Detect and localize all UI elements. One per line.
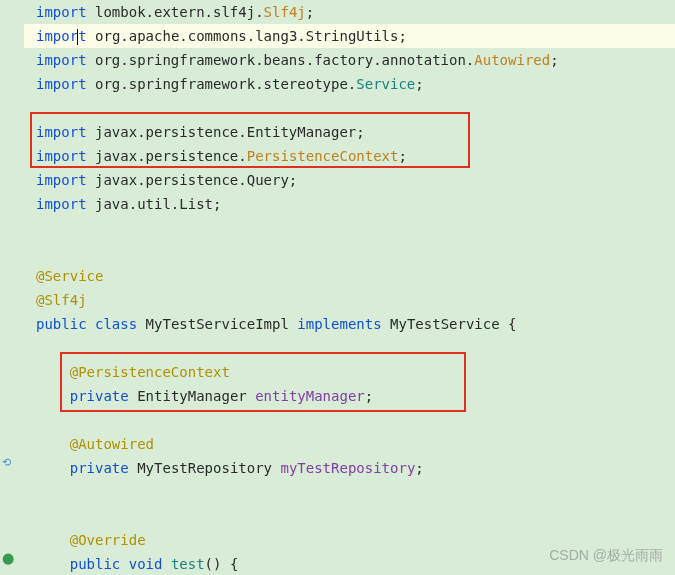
code-line[interactable]: @Override xyxy=(24,528,675,552)
code-line[interactable]: @Slf4j xyxy=(24,288,675,312)
code-line[interactable]: private EntityManager entityManager; xyxy=(24,384,675,408)
code-line[interactable] xyxy=(24,240,675,264)
code-line[interactable]: public void test() { xyxy=(24,552,675,575)
code-line[interactable] xyxy=(24,216,675,240)
gutter-icon: ⬤ xyxy=(2,552,18,568)
code-line[interactable] xyxy=(24,96,675,120)
code-line[interactable]: import javax.persistence.PersistenceCont… xyxy=(24,144,675,168)
code-area[interactable]: import lombok.extern.slf4j.Slf4j;import … xyxy=(24,0,675,575)
code-line[interactable] xyxy=(24,336,675,360)
gutter: ⟲ ⬤ xyxy=(0,0,24,575)
code-line[interactable] xyxy=(24,504,675,528)
code-line[interactable]: import java.util.List; xyxy=(24,192,675,216)
code-line[interactable]: import org.springframework.beans.factory… xyxy=(24,48,675,72)
code-line[interactable]: @Service xyxy=(24,264,675,288)
gutter-icon: ⟲ xyxy=(2,456,18,472)
code-line[interactable]: import lombok.extern.slf4j.Slf4j; xyxy=(24,0,675,24)
code-line[interactable]: import javax.persistence.EntityManager; xyxy=(24,120,675,144)
code-line[interactable] xyxy=(24,408,675,432)
code-line[interactable] xyxy=(24,480,675,504)
code-line[interactable]: public class MyTestServiceImpl implement… xyxy=(24,312,675,336)
code-line[interactable]: @PersistenceContext xyxy=(24,360,675,384)
code-line[interactable]: import javax.persistence.Query; xyxy=(24,168,675,192)
code-line[interactable]: import org.springframework.stereotype.Se… xyxy=(24,72,675,96)
code-editor[interactable]: ⟲ ⬤ import lombok.extern.slf4j.Slf4j;imp… xyxy=(0,0,675,575)
code-line[interactable]: import org.apache.commons.lang3.StringUt… xyxy=(24,24,675,48)
code-line[interactable]: private MyTestRepository myTestRepositor… xyxy=(24,456,675,480)
code-line[interactable]: @Autowired xyxy=(24,432,675,456)
